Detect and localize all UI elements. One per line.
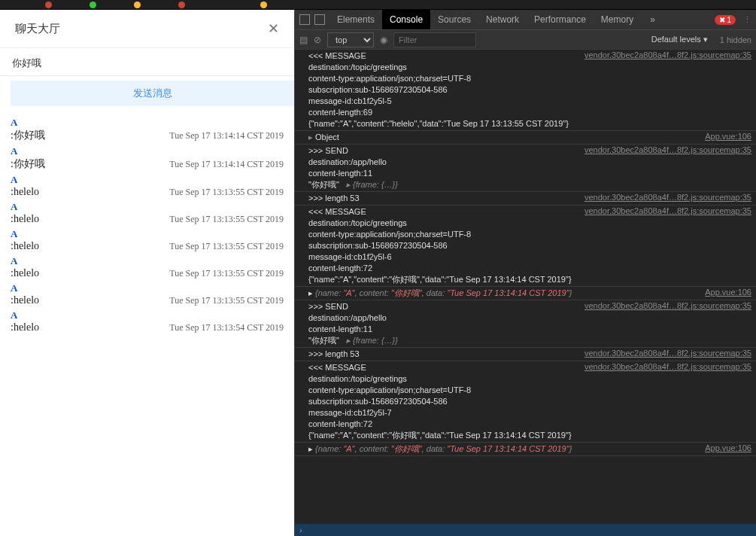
message-item: A :helelo Tue Sep 17 13:13:55 CST 2019 — [11, 282, 284, 306]
log-line: {"name":"A","content":"你好哦","data":"Tue … — [308, 430, 751, 441]
tab-performance[interactable]: Performance — [527, 10, 594, 29]
log-line: content-type:application/json;charset=UT… — [308, 73, 751, 84]
message-timestamp: Tue Sep 17 13:13:55 CST 2019 — [169, 268, 284, 279]
source-link[interactable]: vendor.30bec2a808a4f…8f2.js:sourcemap:35 — [584, 349, 751, 358]
message-item: A :helelo Tue Sep 17 13:13:55 CST 2019 — [11, 201, 284, 225]
log-line: content-length:11 — [308, 168, 751, 179]
log-line: destination:/topic/greetings — [308, 218, 751, 229]
log-line: message-id:cb1f2y5l-5 — [308, 96, 751, 107]
message-user: A — [11, 201, 284, 213]
message-user: A — [11, 174, 284, 186]
message-user: A — [11, 145, 284, 157]
message-item: A :helelo Tue Sep 17 13:13:55 CST 2019 — [11, 255, 284, 279]
message-user: A — [11, 282, 284, 294]
log-object[interactable]: Object — [308, 132, 751, 143]
sidebar-toggle-icon[interactable]: ▤ — [299, 35, 308, 45]
source-link[interactable]: App.vue:106 — [705, 288, 751, 297]
message-user: A — [11, 117, 284, 129]
tab-sources[interactable]: Sources — [430, 10, 478, 29]
message-user: A — [11, 309, 284, 321]
source-link[interactable]: vendor.30bec2a808a4f…8f2.js:sourcemap:35 — [584, 193, 751, 202]
eye-icon[interactable]: ◉ — [380, 35, 387, 45]
browser-bookmarks-bar — [0, 0, 756, 10]
log-line: "你好哦" ▸ {frame: {…}} — [308, 335, 751, 346]
chat-input[interactable] — [12, 58, 282, 69]
log-line: destination:/topic/greetings — [308, 373, 751, 385]
log-line: content-type:application/json;charset=UT… — [308, 229, 751, 240]
message-content: :helelo — [11, 186, 39, 198]
log-line: subscription:sub-1568697230504-586 — [308, 84, 751, 96]
log-entry: vendor.30bec2a808a4f…8f2.js:sourcemap:35… — [295, 348, 756, 361]
tab-memory[interactable]: Memory — [594, 10, 641, 29]
message-timestamp: Tue Sep 17 13:13:55 CST 2019 — [169, 214, 284, 225]
message-timestamp: Tue Sep 17 13:14:14 CST 2019 — [169, 159, 284, 170]
log-entry: vendor.30bec2a808a4f…8f2.js:sourcemap:35… — [295, 206, 756, 287]
log-object[interactable]: ▸ {name: "A", content: "你好哦", data: "Tue… — [308, 443, 751, 455]
tab-network[interactable]: Network — [478, 10, 527, 29]
log-entry: App.vue:106▸ {name: "A", content: "你好哦",… — [295, 443, 756, 456]
chat-input-row — [0, 48, 294, 76]
send-button[interactable]: 发送消息 — [11, 81, 294, 106]
error-badge[interactable]: ✖ 1 — [715, 15, 736, 25]
message-user: A — [11, 228, 284, 240]
log-line: content-length:72 — [308, 419, 751, 430]
log-line: destination:/app/hello — [308, 312, 751, 324]
tab-console[interactable]: Console — [382, 10, 430, 29]
devtools-tabs: ElementsConsoleSourcesNetworkPerformance… — [295, 10, 756, 30]
log-line: "你好哦" ▸ {frame: {…}} — [308, 179, 751, 190]
log-entry: vendor.30bec2a808a4f…8f2.js:sourcemap:35… — [295, 145, 756, 192]
log-entry: vendor.30bec2a808a4f…8f2.js:sourcemap:35… — [295, 361, 756, 443]
log-line: {"name":"A","content":"你好哦","data":"Tue … — [308, 274, 751, 285]
message-content: :helelo — [11, 294, 39, 306]
settings-icon[interactable]: ⋮ — [743, 15, 751, 25]
context-select[interactable]: top — [327, 32, 374, 47]
message-user: A — [11, 255, 284, 267]
message-item: A :helelo Tue Sep 17 13:13:55 CST 2019 — [11, 174, 284, 198]
log-line: content-length:72 — [308, 263, 751, 274]
log-object[interactable]: ▸ {name: "A", content: "你好哦", data: "Tue… — [308, 288, 751, 299]
chat-header: 聊天大厅 ✕ — [0, 10, 294, 48]
source-link[interactable]: vendor.30bec2a808a4f…8f2.js:sourcemap:35 — [584, 301, 751, 310]
source-link[interactable]: vendor.30bec2a808a4f…8f2.js:sourcemap:35 — [584, 50, 751, 59]
log-line: subscription:sub-1568697230504-586 — [308, 240, 751, 251]
console-prompt[interactable]: › — [295, 524, 756, 536]
hidden-count: 1 hidden — [720, 35, 751, 44]
inspect-icon[interactable] — [299, 14, 310, 25]
message-timestamp: Tue Sep 17 13:13:55 CST 2019 — [169, 241, 284, 252]
message-content: :helelo — [11, 213, 39, 225]
devtools-panel: ElementsConsoleSourcesNetworkPerformance… — [294, 10, 756, 536]
message-item: A :helelo Tue Sep 17 13:13:55 CST 2019 — [11, 228, 284, 252]
source-link[interactable]: vendor.30bec2a808a4f…8f2.js:sourcemap:35 — [584, 362, 751, 371]
log-line: message-id:cb1f2y5l-6 — [308, 251, 751, 263]
message-content: :helelo — [11, 267, 39, 279]
log-line: destination:/app/hello — [308, 157, 751, 168]
clear-console-icon[interactable]: ⊘ — [314, 35, 321, 45]
log-entry: vendor.30bec2a808a4f…8f2.js:sourcemap:35… — [295, 300, 756, 348]
console-toolbar: ▤ ⊘ top ◉ Default levels ▾ 1 hidden — [295, 30, 756, 50]
log-levels-select[interactable]: Default levels ▾ — [651, 35, 708, 44]
source-link[interactable]: vendor.30bec2a808a4f…8f2.js:sourcemap:35 — [584, 145, 751, 154]
message-timestamp: Tue Sep 17 13:13:54 CST 2019 — [169, 322, 284, 333]
source-link[interactable]: App.vue:106 — [705, 132, 751, 141]
console-log[interactable]: vendor.30bec2a808a4f…8f2.js:sourcemap:35… — [295, 50, 756, 524]
message-timestamp: Tue Sep 17 13:13:55 CST 2019 — [169, 295, 284, 306]
source-link[interactable]: App.vue:106 — [705, 443, 751, 452]
log-line: message-id:cb1f2y5l-7 — [308, 407, 751, 419]
message-content: :helelo — [11, 321, 39, 333]
message-item: A :你好哦 Tue Sep 17 13:14:14 CST 2019 — [11, 117, 284, 142]
close-icon[interactable]: ✕ — [268, 20, 279, 37]
chat-dialog: 聊天大厅 ✕ 发送消息 A :你好哦 Tue Sep 17 13:14:14 C… — [0, 10, 294, 536]
log-entry: vendor.30bec2a808a4f…8f2.js:sourcemap:35… — [295, 192, 756, 206]
message-timestamp: Tue Sep 17 13:14:14 CST 2019 — [169, 130, 284, 142]
tabs-more[interactable]: » — [642, 10, 663, 29]
log-line: {"name":"A","content":"helelo","data":"T… — [308, 118, 751, 129]
filter-input[interactable] — [393, 32, 476, 47]
tab-elements[interactable]: Elements — [329, 10, 382, 29]
message-item: A :helelo Tue Sep 17 13:13:54 CST 2019 — [11, 309, 284, 333]
message-list[interactable]: A :你好哦 Tue Sep 17 13:14:14 CST 2019A :你好… — [0, 114, 294, 536]
message-content: :你好哦 — [11, 157, 45, 171]
source-link[interactable]: vendor.30bec2a808a4f…8f2.js:sourcemap:35 — [584, 206, 751, 215]
log-entry: App.vue:106Object — [295, 131, 756, 145]
device-icon[interactable] — [314, 14, 325, 25]
log-line: destination:/topic/greetings — [308, 62, 751, 73]
